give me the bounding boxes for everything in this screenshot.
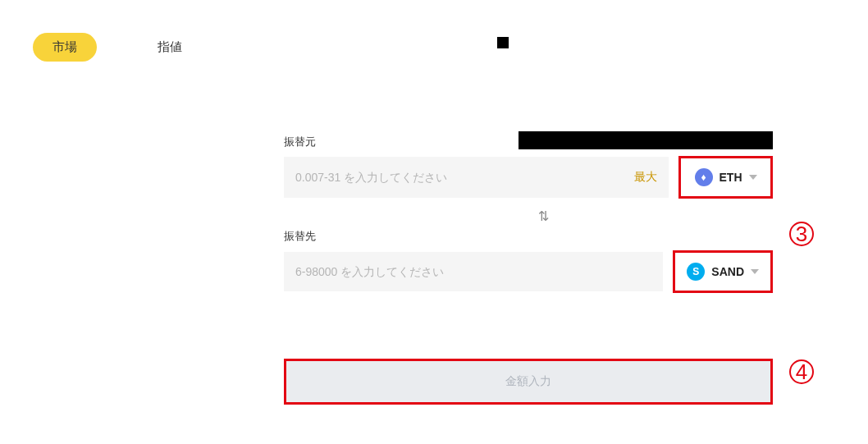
enter-amount-button[interactable]: 金額入力	[284, 359, 773, 405]
chevron-down-icon	[749, 175, 757, 180]
swap-form: 振替元 最大 ♦ ETH ⇅ 振替先 S SAND 金額入力	[284, 131, 773, 405]
to-currency-select[interactable]: S SAND	[673, 250, 773, 293]
sand-icon: S	[687, 263, 705, 281]
annotation-3: 3	[789, 222, 814, 246]
from-currency-select[interactable]: ♦ ETH	[678, 156, 773, 199]
eth-icon: ♦	[695, 168, 713, 186]
to-group: 振替先 S SAND	[284, 229, 773, 293]
swap-direction-button[interactable]: ⇅	[284, 208, 773, 224]
from-label-row: 振替元	[284, 131, 773, 149]
max-button[interactable]: 最大	[634, 170, 657, 185]
annotation-4: 4	[789, 359, 814, 384]
from-label: 振替元	[284, 135, 316, 149]
to-amount-wrapper	[284, 252, 663, 291]
to-amount-input[interactable]	[295, 265, 651, 278]
to-row: S SAND	[284, 250, 773, 293]
from-row: 最大 ♦ ETH	[284, 156, 773, 199]
from-amount-input[interactable]	[295, 171, 628, 184]
chevron-down-icon	[751, 269, 759, 274]
swap-arrows-icon: ⇅	[538, 208, 549, 224]
decorative-square	[497, 37, 509, 48]
tab-market[interactable]: 市場	[33, 33, 97, 62]
from-currency-name: ETH	[720, 171, 742, 184]
order-type-tabs: 市場 指値	[0, 0, 868, 62]
from-amount-wrapper: 最大	[284, 157, 669, 198]
to-label: 振替先	[284, 229, 773, 244]
redacted-balance	[519, 131, 773, 149]
tab-limit[interactable]: 指値	[138, 33, 202, 62]
to-currency-name: SAND	[711, 265, 744, 278]
